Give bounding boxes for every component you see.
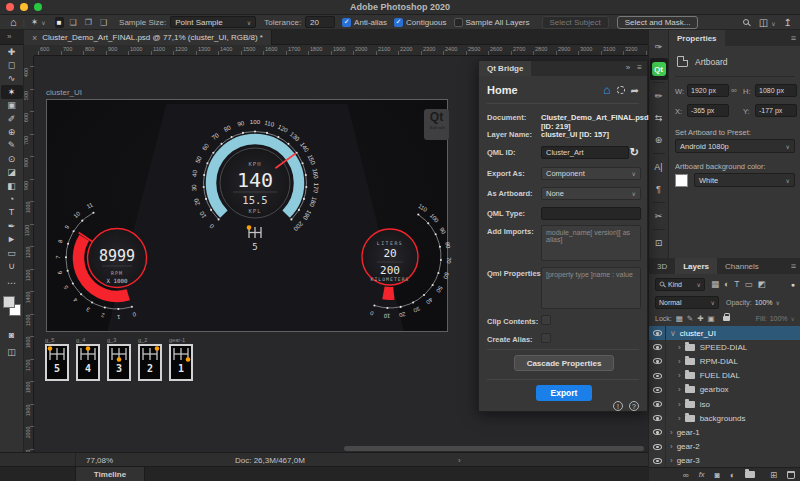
clone-stamp-tool[interactable]: ⊙: [1, 152, 23, 165]
tab-3d[interactable]: 3D: [649, 258, 675, 274]
export-button[interactable]: Export: [536, 385, 592, 401]
blend-mode-dropdown[interactable]: Normal∨: [655, 296, 719, 309]
horizontal-scrollbar[interactable]: [344, 446, 644, 451]
export-as-dropdown[interactable]: Component∨: [541, 167, 641, 180]
add-selection-icon[interactable]: ❏: [68, 17, 79, 28]
share-icon[interactable]: ↥: [784, 17, 792, 28]
brush-tool[interactable]: ✎: [1, 139, 23, 152]
layer-effects-icon[interactable]: fx: [699, 470, 705, 479]
expand-chevron-icon[interactable]: ›: [678, 357, 681, 366]
edit-toolbar-icon[interactable]: ⋯: [1, 277, 23, 290]
lasso-tool[interactable]: ∿: [1, 72, 23, 85]
layers-menu-icon[interactable]: ≡: [791, 261, 796, 271]
y-input[interactable]: -177 px: [755, 104, 797, 117]
tab-channels[interactable]: Channels: [717, 258, 767, 274]
select-subject-button[interactable]: Select Subject: [542, 16, 609, 29]
quick-mask-icon[interactable]: ◙: [1, 328, 23, 341]
visibility-cell[interactable]: [649, 354, 666, 368]
marquee-tool[interactable]: ◻: [1, 58, 23, 71]
filter-type-layers-icon[interactable]: T: [734, 279, 739, 289]
collapse-panel-icon[interactable]: »: [626, 63, 630, 72]
pen-tool[interactable]: ✒: [1, 219, 23, 232]
expand-chevron-icon[interactable]: ›: [678, 400, 681, 409]
collapse-toolbar-icon[interactable]: »: [7, 32, 11, 41]
visibility-cell[interactable]: [649, 454, 666, 468]
expand-chevron-icon[interactable]: ›: [678, 385, 681, 394]
properties-menu-icon[interactable]: ≡: [791, 33, 796, 43]
preset-dropdown[interactable]: Android 1080p∨: [675, 139, 795, 153]
eye-icon[interactable]: [653, 358, 662, 364]
visibility-cell[interactable]: [649, 411, 666, 425]
eye-icon[interactable]: [653, 373, 662, 379]
timeline-tab[interactable]: Timeline: [75, 467, 145, 481]
checkbox-box[interactable]: [454, 18, 463, 27]
foreground-color-swatch[interactable]: [3, 296, 15, 308]
visibility-cell[interactable]: [649, 383, 666, 397]
filter-toggle-icon[interactable]: ●: [791, 281, 795, 288]
panel-menu-icon[interactable]: ≡: [637, 63, 642, 72]
character-panel-icon[interactable]: A|: [650, 156, 668, 178]
adjustment-layer-icon[interactable]: ◐: [730, 470, 735, 480]
hand-tool[interactable]: ∪: [1, 259, 23, 272]
layer-row-fuel-dial[interactable]: ›FUEL DIAL: [649, 369, 800, 383]
tolerance-input[interactable]: 20: [305, 16, 335, 28]
layer-row-gearbox[interactable]: ›gearbox: [649, 383, 800, 397]
link-layers-icon[interactable]: ∞: [683, 470, 689, 480]
clone-stamp-panel-icon[interactable]: ⊛: [650, 129, 668, 151]
color-swatches[interactable]: [0, 294, 24, 322]
qml-id-input[interactable]: [541, 146, 629, 159]
layer-row-cluster_ui[interactable]: ∨cluster_UI: [649, 326, 800, 340]
eye-icon[interactable]: [653, 387, 662, 393]
layer-row-speed-dial[interactable]: ›SPEED-DIAL: [649, 340, 800, 354]
magic-wand-icon[interactable]: ✶∨: [31, 17, 46, 27]
rectangle-tool[interactable]: ▭: [1, 246, 23, 259]
home-icon[interactable]: ⌂: [10, 16, 17, 28]
home-nav-icon[interactable]: ⌂: [603, 83, 610, 97]
expand-chevron-icon[interactable]: ›: [670, 456, 673, 465]
eraser-tool[interactable]: ◪: [1, 166, 23, 179]
libraries-panel-icon[interactable]: ⊡: [650, 232, 668, 254]
filter-pixel-layers-icon[interactable]: ▦: [711, 279, 719, 289]
select-and-mask-button[interactable]: Select and Mask...: [617, 16, 699, 29]
eye-icon[interactable]: [653, 330, 662, 336]
type-tool[interactable]: T: [1, 206, 23, 219]
visibility-cell[interactable]: [649, 425, 666, 439]
clone-source-panel-icon[interactable]: ✑: [650, 36, 668, 58]
layer-mask-icon[interactable]: ◙: [715, 470, 720, 480]
intersect-selection-icon[interactable]: ❑: [98, 17, 109, 28]
checkbox-anti-alias[interactable]: ✓Anti-alias: [342, 18, 387, 27]
eye-icon[interactable]: [653, 344, 662, 350]
expand-chevron-icon[interactable]: ›: [670, 442, 673, 451]
clip-contents-checkbox[interactable]: [541, 315, 551, 325]
lock-position-icon[interactable]: ✚: [697, 314, 703, 323]
link-dimensions-icon[interactable]: ∞: [731, 86, 737, 95]
healing-brush-tool[interactable]: ⊕: [1, 125, 23, 138]
lock-artboard-icon[interactable]: ▣: [707, 314, 714, 323]
expand-chevron-icon[interactable]: ∨: [670, 329, 676, 338]
layer-row-gear-1[interactable]: ›gear-1: [649, 425, 800, 439]
crop-tool[interactable]: ▣: [1, 99, 23, 112]
lock-transparent-pixels-icon[interactable]: ▦: [676, 314, 683, 323]
kind-filter-dropdown[interactable]: Kind ∨: [655, 278, 705, 291]
search-icon[interactable]: [743, 19, 749, 25]
visibility-cell[interactable]: [649, 340, 666, 354]
export-share-icon[interactable]: ➦: [631, 85, 639, 96]
properties-tab[interactable]: Properties: [669, 30, 725, 46]
gradient-tool[interactable]: ◧: [1, 179, 23, 192]
create-alias-checkbox[interactable]: [541, 333, 551, 343]
qt-bridge-tab[interactable]: Qt Bridge: [479, 61, 531, 76]
tab-layers[interactable]: Layers: [675, 258, 717, 274]
as-artboard-dropdown[interactable]: None∨: [541, 187, 641, 200]
vertical-ruler[interactable]: 4005006007008009001000110012001300140015…: [24, 56, 34, 452]
screen-mode-icon[interactable]: ◫: [1, 345, 23, 358]
refresh-icon[interactable]: ↻: [630, 146, 639, 159]
layer-row-backgrounds[interactable]: ›backgrounds: [649, 411, 800, 425]
eye-icon[interactable]: [653, 444, 662, 450]
visibility-cell[interactable]: [649, 397, 666, 411]
eyedropper-tool[interactable]: ✐: [1, 112, 23, 125]
new-selection-icon[interactable]: ■: [55, 17, 64, 28]
workspace-icon[interactable]: ◫∨: [759, 17, 776, 28]
checkbox-box[interactable]: ✓: [342, 18, 351, 27]
info-icon[interactable]: !: [613, 401, 623, 411]
layer-row-rpm-dial[interactable]: ›RPM-DIAL: [649, 354, 800, 368]
